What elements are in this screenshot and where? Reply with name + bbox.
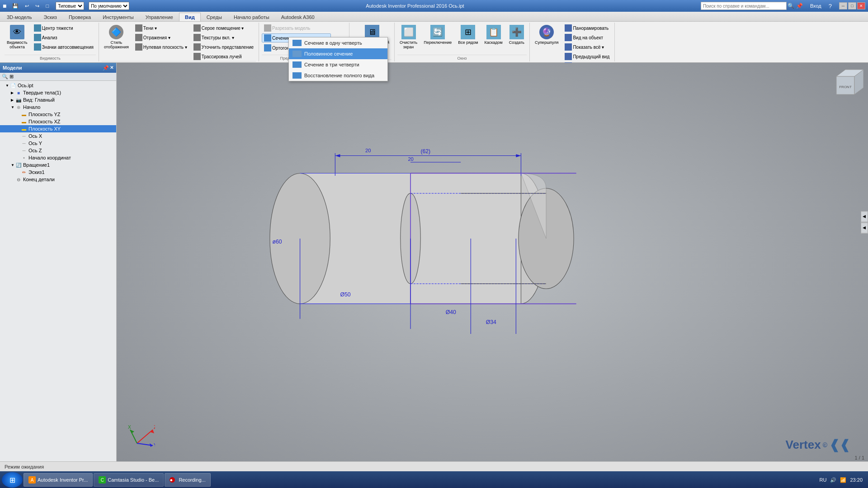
show-all-btn[interactable]: Показать всё ▾ [562,42,612,52]
taskbar-recording[interactable]: ● Recording... [165,473,210,487]
tree-label-solids: Твердые тела(1) [23,90,61,95]
svg-text:Ø40: Ø40 [446,309,456,315]
shadows-btn[interactable]: Тени ▾ [133,23,189,33]
tab-check[interactable]: Проверка [63,13,97,21]
taskbar-speaker-icon[interactable]: 🔊 [830,477,836,483]
cut-model-btn[interactable]: Разрезать модель [262,23,312,33]
taskbar-inventor[interactable]: A Autodesk Inventor Pr... [24,473,93,487]
tree-item-mainview[interactable]: ▶ 📷 Вид: Главный [0,96,116,103]
refine-btn[interactable]: Уточнить представление [191,42,256,52]
minimize-button[interactable]: ─ [839,2,847,9]
visibility-btn-label: Видимостьобъекта [7,40,28,49]
tab-3dmodel[interactable]: 3D-модель [1,13,38,21]
dropdown-item-half[interactable]: Половинное сечение [289,48,387,59]
create-btn[interactable]: ➕ Создать [507,23,527,46]
cascade-btn[interactable]: 📋 Каскадом [482,23,505,46]
tree-item-sketch1[interactable]: ✏ Эскиз1 [0,169,116,176]
center-of-gravity-btn[interactable]: Центр тяжести [32,23,96,33]
all-nearby-icon: ⊞ [461,25,475,39]
tree-item-solids[interactable]: ▶ ■ Твердые тела(1) [0,89,116,96]
taskbar-camtasia[interactable]: C Camtasia Studio - Be... [94,473,164,487]
ground-plane-btn[interactable]: Нулевая плоскость ▾ [133,42,189,52]
ribbon-tabs: 3D-модель Эскиз Проверка Инструменты Упр… [0,12,868,22]
ribbon-topbar: ■ 💾 ↩ ↪ □ Типовые По умолчанию Autodesk … [0,0,868,12]
tree-item-origin-pt[interactable]: • Начало координат [0,154,116,161]
pan-btn[interactable]: Панорамировать [562,23,612,33]
tree-label-sketch1: Эскиз1 [28,169,45,175]
right-tab-1[interactable]: ▶ [861,211,868,222]
quick-access-new[interactable]: □ [44,3,50,9]
tab-view[interactable]: Вид [179,13,201,21]
tab-sketch[interactable]: Эскиз [38,13,62,21]
taskbar-network-icon[interactable]: 📶 [840,477,846,483]
template-select[interactable]: Типовые [56,2,84,10]
tree-item-root[interactable]: ▼ 📄 Ось.ipt [0,82,116,89]
tab-manage[interactable]: Управление [140,13,179,21]
tree-item-axisx[interactable]: ─ Ось X [0,132,116,140]
gray-room-btn[interactable]: Серое помещение ▾ [191,23,256,33]
start-button[interactable]: ⊞ [2,472,23,488]
filter-icon[interactable]: 🔍 [2,74,8,80]
display-style-btn[interactable]: 🔷 Стильотображения [102,23,131,51]
tab-a360[interactable]: Autodesk A360 [275,13,321,21]
dropdown-label-three-quarter: Сечение в три четверти [304,62,359,67]
restore-button[interactable]: □ [848,2,856,9]
close-button[interactable]: ✕ [857,2,865,9]
prev-view-btn[interactable]: Предыдущий вид [562,52,612,61]
taskbar-recording-label: Recording... [179,477,205,483]
tree-item-origin[interactable]: ▼ ⊕ Начало [0,103,116,111]
tree-item-axisy[interactable]: ─ Ось Y [0,140,116,147]
nav-cube[interactable]: FRONT [827,67,863,103]
page-number: 1 / 1 [855,455,864,460]
view-select[interactable]: По умолчанию [89,2,129,10]
svg-text:20: 20 [408,156,413,162]
quick-access-redo[interactable]: ↪ [34,3,41,9]
tree-item-yz[interactable]: ▬ Плоскость YZ [0,111,116,118]
quick-access-save[interactable]: 💾 [11,3,20,9]
vertex-text: Vertex [786,438,821,452]
tree-label-xz: Плоскость XZ [28,119,61,124]
pin-icon[interactable]: 📌 [796,3,803,9]
vertex-logo: Vertex © ❰❰ [786,437,850,452]
ribbon-content: 👁 Видимостьобъекта Центр тяжести Анализ … [0,22,868,62]
analysis-btn[interactable]: Анализ [32,33,96,42]
superwheel-btn[interactable]: 🔮 Супершпуля [533,23,561,46]
search-icon[interactable]: 🔍 [788,3,794,9]
view-object-btn[interactable]: Вид на объект [562,33,612,42]
viewport[interactable]: FRONT (62) 20 [117,63,868,461]
quick-access-undo[interactable]: ↩ [24,3,30,9]
clean-screen-btn[interactable]: ⬜ Очиститьэкран [397,23,420,51]
sidebar-header: Модели 📌 ✕ [0,63,116,73]
tree-icon-origin: ⊕ [15,104,22,110]
sidebar-close-icon[interactable]: ✕ [110,65,113,71]
dropdown-item-quarter[interactable]: Сечение в одну четверть [289,38,387,48]
raytracing-btn[interactable]: Трассировка лучей [191,52,256,61]
textures-btn[interactable]: Текстуры вкл. ▾ [191,33,256,42]
right-tab-2[interactable]: ▶ [861,222,868,233]
model-svg: (62) 20 20 ø60 Ø50 Ø40 Ø34 100 [234,108,587,334]
sidebar-pin-icon[interactable]: 📌 [103,65,109,71]
help-icon[interactable]: ? [829,3,832,9]
tree-item-end[interactable]: ⊖ Конец детали [0,176,116,183]
tab-tools[interactable]: Инструменты [97,13,140,21]
dropdown-item-restore[interactable]: Восстановление полного вида [289,70,387,81]
search-input[interactable] [701,2,787,10]
dropdown-item-three-quarter[interactable]: Сечение в три четверти [289,59,387,70]
tree-item-revolve[interactable]: ▼ 🔄 Вращение1 [0,161,116,169]
tab-getstarted[interactable]: Начало работы [228,13,275,21]
switch-btn[interactable]: 🔄 Переключение [421,23,454,46]
superwheel-icon: 🔮 [539,25,554,39]
group-window-content: ⬜ Очиститьэкран 🔄 Переключение ⊞ Все ряд… [397,23,527,55]
visibility-object-btn[interactable]: 👁 Видимостьобъекта [5,23,30,51]
create-label: Создать [509,40,524,45]
tree-item-axisz[interactable]: ─ Ось Z [0,147,116,154]
all-nearby-btn[interactable]: ⊞ Все рядом [456,23,480,46]
sort-icon[interactable]: ⊞ [9,74,14,80]
tree-label-revolve: Вращение1 [23,162,50,168]
tree-item-xy[interactable]: ▬ Плоскость XY [0,125,116,132]
user-login[interactable]: Вход [810,3,821,9]
reflections-btn[interactable]: Отражения ▾ [133,33,189,42]
tab-environments[interactable]: Среды [201,13,228,21]
autocenter-btn[interactable]: Значки автосовмещения [32,42,96,52]
tree-item-xz[interactable]: ▬ Плоскость XZ [0,118,116,125]
